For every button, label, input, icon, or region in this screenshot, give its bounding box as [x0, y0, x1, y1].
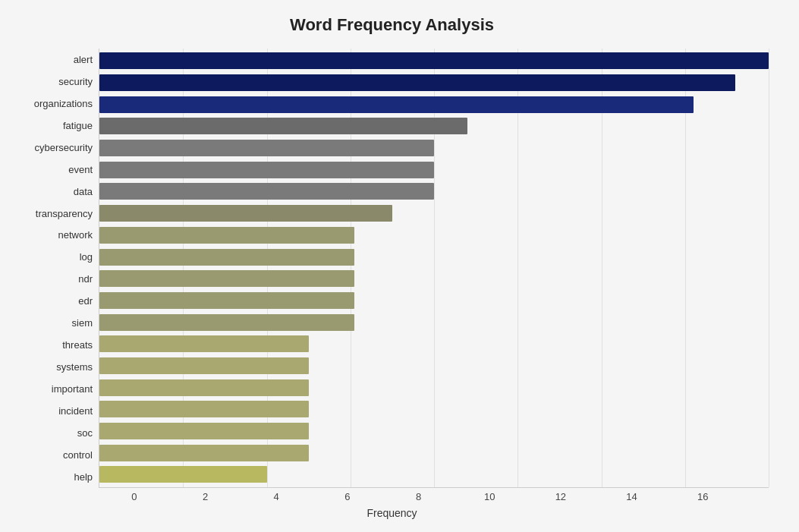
bar-row: [99, 226, 769, 244]
bar-event: [99, 162, 434, 178]
y-label-data: data: [15, 181, 99, 201]
y-label-network: network: [15, 225, 99, 245]
chart-title: Word Frequency Analysis: [15, 15, 769, 35]
chart-container: Word Frequency Analysis alertsecurityorg…: [0, 0, 799, 532]
y-label-help: help: [15, 467, 99, 486]
bar-threats: [99, 335, 309, 352]
bar-row: [99, 465, 769, 483]
y-label-ndr: ndr: [15, 269, 99, 289]
plot-area: [99, 49, 769, 488]
y-label-fatigue: fatigue: [15, 115, 99, 135]
bar-row: [99, 291, 769, 310]
bar-help: [99, 466, 267, 483]
x-axis-title: Frequency: [15, 507, 769, 519]
y-label-siem: siem: [15, 313, 99, 333]
bar-ndr: [99, 270, 354, 287]
bar-siem: [99, 314, 354, 331]
bar-security: [99, 74, 735, 91]
y-label-important: important: [15, 379, 99, 399]
bar-fatigue: [99, 118, 467, 134]
y-label-threats: threats: [15, 335, 99, 355]
x-tick: 6: [312, 491, 383, 502]
bar-row: [99, 117, 769, 135]
y-label-event: event: [15, 159, 99, 179]
y-label-edr: edr: [15, 291, 99, 311]
bar-row: [99, 335, 769, 353]
bar-row: [99, 52, 769, 70]
bar-organizations: [99, 96, 694, 113]
y-label-log: log: [15, 247, 99, 267]
grid-line: [769, 49, 769, 487]
bar-transparency: [99, 205, 392, 222]
bar-important: [99, 379, 309, 396]
bar-row: [99, 96, 769, 114]
bar-cybersecurity: [99, 140, 434, 156]
x-tick: 12: [525, 491, 596, 502]
bar-row: [99, 74, 769, 92]
y-label-security: security: [15, 71, 99, 91]
bar-row: [99, 182, 769, 200]
bar-network: [99, 227, 354, 244]
y-label-transparency: transparency: [15, 203, 99, 223]
bar-soc: [99, 423, 309, 439]
bar-row: [99, 248, 769, 266]
y-axis: alertsecurityorganizationsfatiguecyberse…: [15, 49, 99, 488]
bar-row: [99, 400, 769, 418]
y-label-organizations: organizations: [15, 93, 99, 113]
bars-container: [99, 49, 769, 487]
bar-row: [99, 357, 769, 375]
y-label-cybersecurity: cybersecurity: [15, 137, 99, 157]
bar-incident: [99, 401, 309, 417]
y-label-soc: soc: [15, 423, 99, 442]
bar-row: [99, 379, 769, 397]
x-tick: 10: [454, 491, 525, 502]
bar-row: [99, 269, 769, 288]
y-label-alert: alert: [15, 49, 99, 69]
x-tick: 14: [596, 491, 668, 502]
x-tick: 4: [241, 491, 312, 502]
bar-control: [99, 445, 309, 461]
bar-row: [99, 422, 769, 440]
x-tick: 2: [170, 491, 241, 502]
bar-row: [99, 444, 769, 462]
y-label-control: control: [15, 445, 99, 464]
bar-edr: [99, 292, 354, 309]
x-tick: 0: [99, 491, 170, 502]
bar-row: [99, 204, 769, 222]
bar-row: [99, 313, 769, 332]
bar-alert: [99, 52, 769, 69]
y-label-incident: incident: [15, 401, 99, 420]
chart-area: alertsecurityorganizationsfatiguecyberse…: [15, 49, 769, 488]
bar-data: [99, 183, 434, 200]
bar-row: [99, 161, 769, 179]
bar-systems: [99, 357, 309, 374]
y-label-systems: systems: [15, 357, 99, 377]
x-tick: 8: [383, 491, 455, 502]
bar-log: [99, 249, 354, 266]
x-axis-labels: 0246810121416: [99, 491, 769, 502]
x-tick: 16: [667, 491, 738, 502]
bar-row: [99, 139, 769, 157]
